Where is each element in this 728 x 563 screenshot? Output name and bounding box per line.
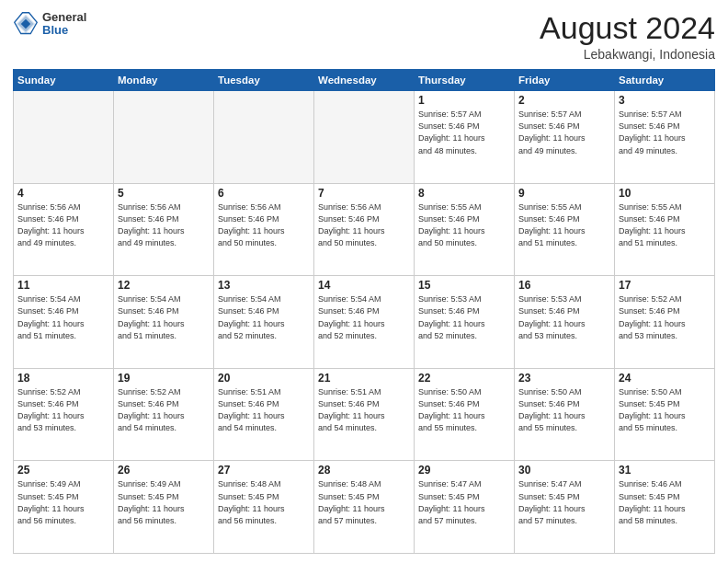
day-number: 14 bbox=[318, 279, 410, 292]
logo-icon bbox=[13, 11, 39, 37]
day-number: 17 bbox=[619, 279, 711, 292]
day-info: Sunrise: 5:54 AM Sunset: 5:46 PM Dayligh… bbox=[318, 293, 410, 341]
day-info: Sunrise: 5:46 AM Sunset: 5:45 PM Dayligh… bbox=[619, 478, 711, 526]
day-number: 5 bbox=[118, 187, 210, 200]
day-info: Sunrise: 5:57 AM Sunset: 5:46 PM Dayligh… bbox=[619, 109, 711, 156]
week-row-3: 18Sunrise: 5:52 AM Sunset: 5:46 PM Dayli… bbox=[14, 368, 715, 461]
day-number: 10 bbox=[619, 187, 711, 200]
day-info: Sunrise: 5:54 AM Sunset: 5:46 PM Dayligh… bbox=[17, 293, 109, 341]
calendar-cell: 8Sunrise: 5:55 AM Sunset: 5:46 PM Daylig… bbox=[415, 183, 515, 276]
day-info: Sunrise: 5:49 AM Sunset: 5:45 PM Dayligh… bbox=[17, 478, 109, 526]
header: General Blue August 2024 Lebakwangi, Ind… bbox=[13, 11, 715, 62]
calendar-cell: 19Sunrise: 5:52 AM Sunset: 5:46 PM Dayli… bbox=[114, 368, 214, 461]
day-info: Sunrise: 5:51 AM Sunset: 5:46 PM Dayligh… bbox=[218, 386, 310, 434]
day-info: Sunrise: 5:54 AM Sunset: 5:46 PM Dayligh… bbox=[118, 293, 210, 341]
day-number: 3 bbox=[619, 94, 711, 107]
week-row-1: 4Sunrise: 5:56 AM Sunset: 5:46 PM Daylig… bbox=[14, 183, 715, 276]
day-info: Sunrise: 5:52 AM Sunset: 5:46 PM Dayligh… bbox=[17, 386, 109, 434]
day-number: 8 bbox=[418, 187, 510, 200]
day-number: 7 bbox=[318, 187, 410, 200]
calendar-cell: 25Sunrise: 5:49 AM Sunset: 5:45 PM Dayli… bbox=[14, 461, 114, 554]
calendar-cell: 20Sunrise: 5:51 AM Sunset: 5:46 PM Dayli… bbox=[214, 368, 314, 461]
day-number: 28 bbox=[318, 464, 410, 477]
title-block: August 2024 Lebakwangi, Indonesia bbox=[540, 11, 715, 62]
calendar-cell: 9Sunrise: 5:55 AM Sunset: 5:46 PM Daylig… bbox=[515, 183, 615, 276]
calendar-cell: 14Sunrise: 5:54 AM Sunset: 5:46 PM Dayli… bbox=[314, 276, 415, 369]
logo: General Blue bbox=[13, 11, 86, 38]
page: General Blue August 2024 Lebakwangi, Ind… bbox=[0, 0, 728, 563]
calendar-cell bbox=[314, 91, 415, 184]
day-info: Sunrise: 5:54 AM Sunset: 5:46 PM Dayligh… bbox=[218, 293, 310, 341]
day-number: 15 bbox=[418, 279, 510, 292]
day-info: Sunrise: 5:47 AM Sunset: 5:45 PM Dayligh… bbox=[518, 478, 610, 526]
calendar-cell: 30Sunrise: 5:47 AM Sunset: 5:45 PM Dayli… bbox=[515, 461, 615, 554]
calendar-cell bbox=[214, 91, 314, 184]
col-wednesday: Wednesday bbox=[314, 70, 415, 91]
day-number: 20 bbox=[218, 372, 310, 385]
day-number: 26 bbox=[118, 464, 210, 477]
day-number: 13 bbox=[218, 279, 310, 292]
day-info: Sunrise: 5:53 AM Sunset: 5:46 PM Dayligh… bbox=[518, 293, 610, 341]
day-number: 6 bbox=[218, 187, 310, 200]
calendar-cell: 18Sunrise: 5:52 AM Sunset: 5:46 PM Dayli… bbox=[14, 368, 114, 461]
day-info: Sunrise: 5:55 AM Sunset: 5:46 PM Dayligh… bbox=[619, 201, 711, 249]
calendar-cell: 6Sunrise: 5:56 AM Sunset: 5:46 PM Daylig… bbox=[214, 183, 314, 276]
day-info: Sunrise: 5:52 AM Sunset: 5:46 PM Dayligh… bbox=[619, 293, 711, 341]
day-number: 30 bbox=[518, 464, 610, 477]
day-info: Sunrise: 5:51 AM Sunset: 5:46 PM Dayligh… bbox=[318, 386, 410, 434]
day-number: 16 bbox=[518, 279, 610, 292]
day-info: Sunrise: 5:56 AM Sunset: 5:46 PM Dayligh… bbox=[218, 201, 310, 249]
calendar-cell: 13Sunrise: 5:54 AM Sunset: 5:46 PM Dayli… bbox=[214, 276, 314, 369]
calendar-cell: 27Sunrise: 5:48 AM Sunset: 5:45 PM Dayli… bbox=[214, 461, 314, 554]
logo-text: General Blue bbox=[42, 11, 86, 38]
day-info: Sunrise: 5:50 AM Sunset: 5:45 PM Dayligh… bbox=[619, 386, 711, 434]
day-info: Sunrise: 5:56 AM Sunset: 5:46 PM Dayligh… bbox=[318, 201, 410, 249]
month-title: August 2024 bbox=[540, 11, 715, 45]
location: Lebakwangi, Indonesia bbox=[540, 47, 715, 62]
calendar-cell: 23Sunrise: 5:50 AM Sunset: 5:46 PM Dayli… bbox=[515, 368, 615, 461]
logo-general: General bbox=[42, 11, 86, 24]
day-number: 11 bbox=[17, 279, 109, 292]
calendar-cell: 7Sunrise: 5:56 AM Sunset: 5:46 PM Daylig… bbox=[314, 183, 415, 276]
calendar-cell: 1Sunrise: 5:57 AM Sunset: 5:46 PM Daylig… bbox=[415, 91, 515, 184]
day-number: 27 bbox=[218, 464, 310, 477]
col-sunday: Sunday bbox=[14, 70, 114, 91]
day-number: 21 bbox=[318, 372, 410, 385]
day-info: Sunrise: 5:50 AM Sunset: 5:46 PM Dayligh… bbox=[418, 386, 510, 434]
header-row: Sunday Monday Tuesday Wednesday Thursday… bbox=[14, 70, 715, 91]
day-info: Sunrise: 5:57 AM Sunset: 5:46 PM Dayligh… bbox=[418, 109, 510, 156]
day-number: 2 bbox=[518, 94, 610, 107]
col-saturday: Saturday bbox=[615, 70, 715, 91]
calendar-cell: 15Sunrise: 5:53 AM Sunset: 5:46 PM Dayli… bbox=[415, 276, 515, 369]
day-number: 4 bbox=[17, 187, 109, 200]
day-number: 18 bbox=[17, 372, 109, 385]
col-tuesday: Tuesday bbox=[214, 70, 314, 91]
day-info: Sunrise: 5:50 AM Sunset: 5:46 PM Dayligh… bbox=[518, 386, 610, 434]
day-number: 24 bbox=[619, 372, 711, 385]
day-info: Sunrise: 5:57 AM Sunset: 5:46 PM Dayligh… bbox=[518, 109, 610, 156]
day-number: 25 bbox=[17, 464, 109, 477]
day-info: Sunrise: 5:56 AM Sunset: 5:46 PM Dayligh… bbox=[17, 201, 109, 249]
calendar-cell: 31Sunrise: 5:46 AM Sunset: 5:45 PM Dayli… bbox=[615, 461, 715, 554]
day-info: Sunrise: 5:56 AM Sunset: 5:46 PM Dayligh… bbox=[118, 201, 210, 249]
day-number: 12 bbox=[118, 279, 210, 292]
calendar-cell: 17Sunrise: 5:52 AM Sunset: 5:46 PM Dayli… bbox=[615, 276, 715, 369]
calendar-cell: 24Sunrise: 5:50 AM Sunset: 5:45 PM Dayli… bbox=[615, 368, 715, 461]
week-row-2: 11Sunrise: 5:54 AM Sunset: 5:46 PM Dayli… bbox=[14, 276, 715, 369]
calendar-cell: 21Sunrise: 5:51 AM Sunset: 5:46 PM Dayli… bbox=[314, 368, 415, 461]
calendar-cell: 10Sunrise: 5:55 AM Sunset: 5:46 PM Dayli… bbox=[615, 183, 715, 276]
day-info: Sunrise: 5:53 AM Sunset: 5:46 PM Dayligh… bbox=[418, 293, 510, 341]
day-info: Sunrise: 5:55 AM Sunset: 5:46 PM Dayligh… bbox=[518, 201, 610, 249]
day-info: Sunrise: 5:48 AM Sunset: 5:45 PM Dayligh… bbox=[218, 478, 310, 526]
day-number: 19 bbox=[118, 372, 210, 385]
calendar-cell: 28Sunrise: 5:48 AM Sunset: 5:45 PM Dayli… bbox=[314, 461, 415, 554]
calendar-cell: 3Sunrise: 5:57 AM Sunset: 5:46 PM Daylig… bbox=[615, 91, 715, 184]
calendar-cell: 22Sunrise: 5:50 AM Sunset: 5:46 PM Dayli… bbox=[415, 368, 515, 461]
day-number: 31 bbox=[619, 464, 711, 477]
day-number: 29 bbox=[418, 464, 510, 477]
logo-blue: Blue bbox=[42, 24, 86, 37]
col-monday: Monday bbox=[114, 70, 214, 91]
calendar-cell: 16Sunrise: 5:53 AM Sunset: 5:46 PM Dayli… bbox=[515, 276, 615, 369]
calendar-cell: 26Sunrise: 5:49 AM Sunset: 5:45 PM Dayli… bbox=[114, 461, 214, 554]
calendar-cell bbox=[14, 91, 114, 184]
